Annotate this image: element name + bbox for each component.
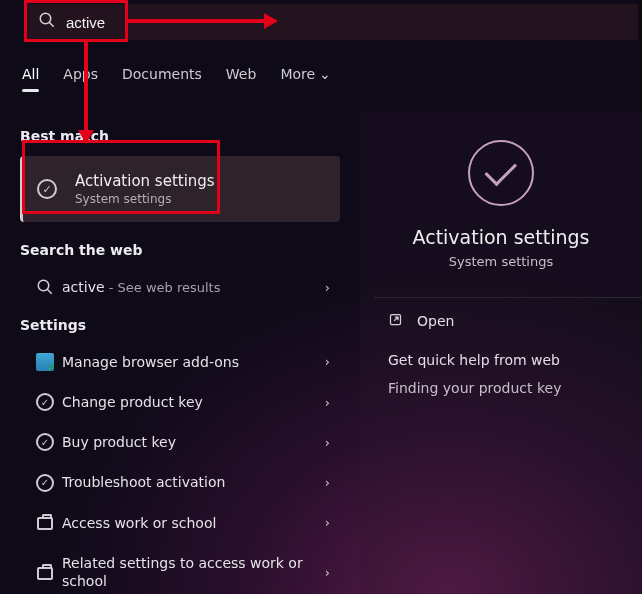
web-result-text: active - See web results — [62, 278, 325, 297]
check-circle-large-icon — [468, 140, 534, 206]
settings-item-label: Change product key — [62, 393, 325, 411]
details-title: Activation settings — [360, 226, 642, 248]
search-icon — [28, 278, 62, 296]
settings-item[interactable]: Change product key› — [20, 385, 340, 419]
help-link-product-key[interactable]: Finding your product key — [360, 380, 642, 396]
settings-item[interactable]: Related settings to access work or schoo… — [20, 546, 340, 594]
settings-item[interactable]: Buy product key› — [20, 425, 340, 459]
search-icon — [38, 11, 56, 33]
chevron-right-icon: › — [325, 515, 330, 530]
tab-more[interactable]: More⌄ — [280, 66, 330, 92]
results-column: Best match Activation settings System se… — [20, 120, 340, 594]
web-result-row[interactable]: active - See web results › — [20, 270, 340, 305]
search-input[interactable] — [66, 14, 638, 31]
check-circle-icon — [37, 179, 57, 199]
chevron-right-icon: › — [325, 354, 330, 369]
open-action[interactable]: Open — [360, 298, 642, 344]
chevron-right-icon: › — [325, 435, 330, 450]
svg-line-3 — [47, 290, 52, 295]
open-label: Open — [417, 313, 454, 329]
settings-header: Settings — [20, 317, 340, 333]
best-match-subtitle: System settings — [75, 192, 215, 206]
settings-item[interactable]: Troubleshoot activation› — [20, 465, 340, 499]
help-header: Get quick help from web — [360, 344, 642, 380]
search-web-header: Search the web — [20, 242, 340, 258]
chevron-right-icon: › — [325, 475, 330, 490]
tab-documents[interactable]: Documents — [122, 66, 202, 92]
chevron-down-icon: ⌄ — [319, 66, 331, 82]
tab-all[interactable]: All — [22, 66, 39, 92]
tab-apps[interactable]: Apps — [63, 66, 98, 92]
settings-item-label: Manage browser add-ons — [62, 353, 325, 371]
best-match-result[interactable]: Activation settings System settings — [20, 156, 340, 222]
details-panel: Activation settings System settings Open… — [360, 112, 642, 594]
details-subtitle: System settings — [360, 254, 642, 269]
chevron-right-icon: › — [325, 280, 330, 295]
briefcase-icon — [37, 567, 53, 580]
filter-tabs: All Apps Documents Web More⌄ — [22, 66, 642, 92]
settings-item[interactable]: Access work or school› — [20, 506, 340, 540]
svg-point-2 — [38, 281, 49, 292]
search-bar[interactable] — [26, 4, 638, 40]
best-match-title: Activation settings — [75, 172, 215, 190]
chevron-right-icon: › — [325, 565, 330, 580]
svg-point-0 — [40, 13, 51, 24]
check-circle-icon — [36, 474, 54, 492]
settings-item-label: Related settings to access work or schoo… — [62, 554, 325, 590]
best-match-header: Best match — [20, 128, 340, 144]
briefcase-icon — [37, 517, 53, 530]
settings-item[interactable]: Manage browser add-ons› — [20, 345, 340, 379]
settings-item-label: Buy product key — [62, 433, 325, 451]
settings-item-label: Troubleshoot activation — [62, 473, 325, 491]
check-circle-icon — [36, 433, 54, 451]
svg-line-1 — [49, 22, 54, 27]
open-icon — [388, 312, 403, 330]
chevron-right-icon: › — [325, 395, 330, 410]
check-circle-icon — [36, 393, 54, 411]
tab-web[interactable]: Web — [226, 66, 257, 92]
settings-item-label: Access work or school — [62, 514, 325, 532]
addon-icon — [36, 353, 54, 371]
